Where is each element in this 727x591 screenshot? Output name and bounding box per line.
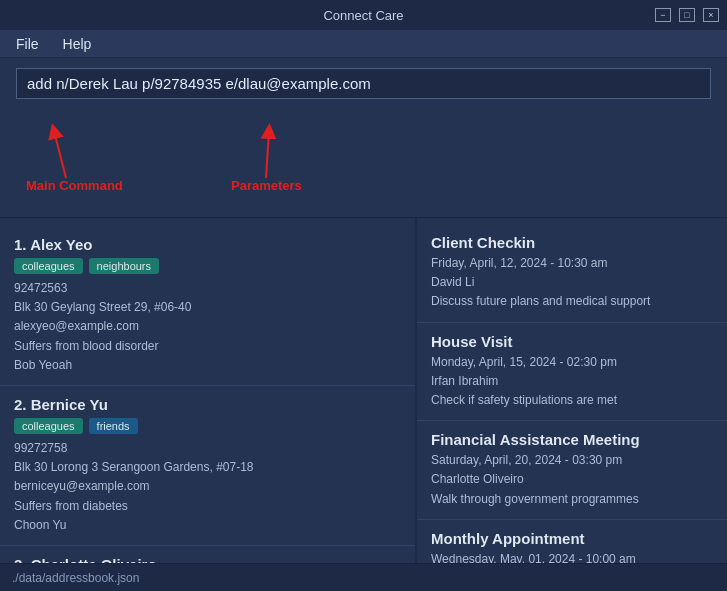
event-title-4: Monthly Appointment [431, 530, 713, 547]
contacts-panel[interactable]: 1. Alex Yeo colleagues neighbours 924725… [0, 218, 417, 563]
title-bar: Connect Care − □ × [0, 0, 727, 30]
minimize-button[interactable]: − [655, 8, 671, 22]
tag-friends-2: friends [89, 418, 138, 434]
tag-colleagues: colleagues [14, 258, 83, 274]
annotation-area: Main Command Parameters [16, 103, 711, 223]
maximize-button[interactable]: □ [679, 8, 695, 22]
window-controls: − □ × [655, 8, 719, 22]
contact-detail-1: 92472563 Blk 30 Geylang Street 29, #06-4… [14, 279, 401, 375]
event-detail-1: Friday, April, 12, 2024 - 10:30 am David… [431, 254, 713, 312]
command-area: Main Command Parameters [0, 58, 727, 218]
event-title-1: Client Checkin [431, 234, 713, 251]
event-card-1: Client Checkin Friday, April, 12, 2024 -… [417, 224, 727, 323]
event-card-3: Financial Assistance Meeting Saturday, A… [417, 421, 727, 520]
menu-help[interactable]: Help [59, 34, 96, 54]
contact-name-1: 1. Alex Yeo [14, 236, 401, 253]
app-title: Connect Care [323, 8, 403, 23]
event-card-4: Monthly Appointment Wednesday, May, 01, … [417, 520, 727, 563]
contact-name-2: 2. Bernice Yu [14, 396, 401, 413]
tag-neighbours: neighbours [89, 258, 159, 274]
svg-line-0 [54, 131, 66, 178]
event-detail-3: Saturday, April, 20, 2024 - 03:30 pm Cha… [431, 451, 713, 509]
main-content: 1. Alex Yeo colleagues neighbours 924725… [0, 218, 727, 563]
main-command-label: Main Command [26, 178, 123, 193]
contact-card-3: 3. Charlotte Oliveiro neighbours [0, 546, 415, 563]
contact-tags-1: colleagues neighbours [14, 258, 401, 274]
status-bar: ./data/addressbook.json [0, 563, 727, 591]
contact-tags-2: colleagues friends [14, 418, 401, 434]
contact-name-3: 3. Charlotte Oliveiro [14, 556, 401, 563]
menu-file[interactable]: File [12, 34, 43, 54]
parameters-label: Parameters [231, 178, 302, 193]
contact-detail-2: 99272758 Blk 30 Lorong 3 Serangoon Garde… [14, 439, 401, 535]
annotation-arrows [16, 103, 711, 223]
event-title-2: House Visit [431, 333, 713, 350]
close-button[interactable]: × [703, 8, 719, 22]
svg-line-1 [266, 131, 269, 178]
command-input[interactable] [16, 68, 711, 99]
menu-bar: File Help [0, 30, 727, 58]
events-panel[interactable]: Client Checkin Friday, April, 12, 2024 -… [417, 218, 727, 563]
event-detail-4: Wednesday, May, 01, 2024 - 10:00 am [431, 550, 713, 563]
event-detail-2: Monday, April, 15, 2024 - 02:30 pm Irfan… [431, 353, 713, 411]
event-title-3: Financial Assistance Meeting [431, 431, 713, 448]
contact-card-1: 1. Alex Yeo colleagues neighbours 924725… [0, 226, 415, 386]
tag-colleagues-2: colleagues [14, 418, 83, 434]
contact-card-2: 2. Bernice Yu colleagues friends 9927275… [0, 386, 415, 546]
event-card-2: House Visit Monday, April, 15, 2024 - 02… [417, 323, 727, 422]
status-text: ./data/addressbook.json [12, 571, 139, 585]
